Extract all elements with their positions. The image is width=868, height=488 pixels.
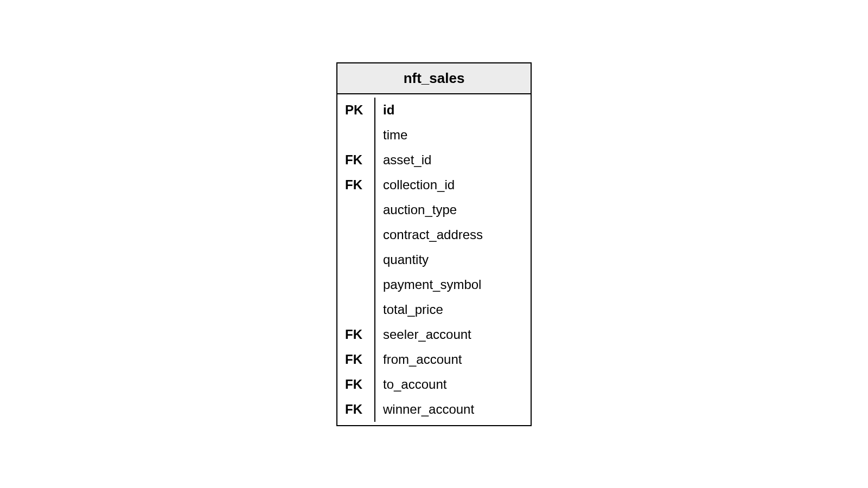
key-cell: [337, 272, 374, 297]
key-cell: FK: [337, 172, 374, 197]
column-name: to_account: [375, 372, 531, 397]
key-cell: [337, 247, 374, 272]
column-name: contract_address: [375, 222, 531, 247]
key-cell: FK: [337, 397, 374, 422]
column-name: quantity: [375, 247, 531, 272]
column-name: total_price: [375, 297, 531, 322]
key-cell: [337, 222, 374, 247]
key-cell: FK: [337, 372, 374, 397]
entity-table-body: PK FK FK FK FK FK FK id time asset_id co…: [337, 94, 531, 425]
key-cell: PK: [337, 98, 374, 123]
column-name: collection_id: [375, 172, 531, 197]
column-name: auction_type: [375, 197, 531, 222]
entity-table: nft_sales PK FK FK FK FK FK FK id time a…: [336, 62, 532, 426]
column-name: asset_id: [375, 147, 531, 172]
key-cell: FK: [337, 147, 374, 172]
entity-table-title: nft_sales: [337, 63, 531, 94]
column-name: from_account: [375, 347, 531, 372]
key-cell: FK: [337, 347, 374, 372]
column-name: time: [375, 123, 531, 147]
column-name: seeler_account: [375, 322, 531, 347]
key-column: PK FK FK FK FK FK FK: [337, 98, 375, 422]
name-column: id time asset_id collection_id auction_t…: [375, 98, 531, 422]
column-name: payment_symbol: [375, 272, 531, 297]
key-cell: [337, 197, 374, 222]
key-cell: [337, 123, 374, 147]
key-cell: FK: [337, 322, 374, 347]
column-name: winner_account: [375, 397, 531, 422]
column-name: id: [375, 98, 531, 123]
key-cell: [337, 297, 374, 322]
